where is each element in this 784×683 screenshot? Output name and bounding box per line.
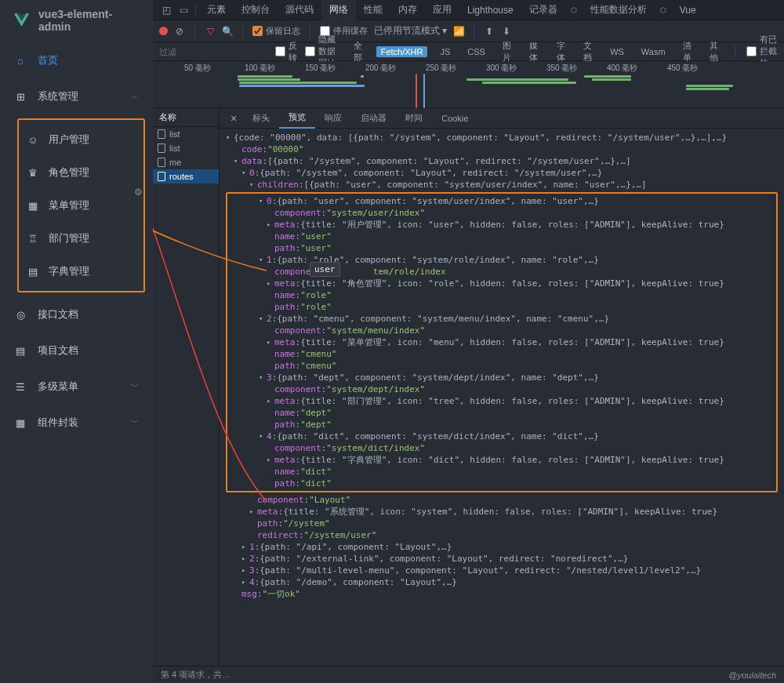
tab-elements[interactable]: 元素 (199, 0, 234, 20)
separator (194, 25, 195, 38)
upload-icon[interactable]: ⬆ (484, 26, 495, 37)
nav-multi-menu[interactable]: ☰多级菜单﹀ (0, 369, 153, 405)
request-item[interactable]: list (153, 141, 219, 155)
request-item[interactable]: routes (153, 169, 219, 183)
clear-icon[interactable]: ⊘ (174, 26, 185, 37)
filter-js[interactable]: JS (435, 46, 455, 57)
nav-dept-mgmt[interactable]: ♖部门管理 (19, 222, 143, 255)
preview-pane: × 标头 预览 响应 启动器 时间 Cookie ▾{code: "00000"… (220, 108, 784, 666)
request-item[interactable]: list (153, 127, 219, 141)
doc-icon (158, 158, 165, 167)
tab-recorder[interactable]: 记录器 (521, 0, 565, 20)
tl-tick: 150 毫秒 (305, 63, 365, 74)
gear-icon[interactable]: ⚙ (134, 187, 143, 198)
request-item[interactable]: me (153, 155, 219, 169)
wifi-icon[interactable]: 📶 (453, 26, 464, 37)
tl-tick: 200 毫秒 (365, 63, 426, 74)
separator (735, 45, 735, 58)
filter-wasm[interactable]: Wasm (637, 46, 670, 57)
tab-perf-insights[interactable]: 性能数据分析 (583, 0, 655, 20)
nav-user-mgmt[interactable]: ☺用户管理 (19, 123, 143, 156)
download-icon[interactable]: ⬇ (501, 26, 512, 37)
filter-font[interactable]: 字体 (552, 39, 571, 64)
doc-icon (158, 144, 165, 153)
device-icon[interactable]: ▭ (175, 2, 192, 19)
settings-icon: ⊞ (14, 90, 27, 103)
timeline-bars (153, 74, 784, 107)
tab-response[interactable]: 响应 (315, 108, 351, 129)
nav-role-mgmt[interactable]: ♛角色管理 (19, 156, 143, 189)
request-name: routes (169, 172, 194, 181)
tl-tick: 300 毫秒 (486, 63, 546, 74)
nav-label: 项目文档 (38, 343, 78, 358)
nav-menu-mgmt[interactable]: ▦菜单管理 (19, 189, 143, 222)
filter-media[interactable]: 媒体 (524, 39, 543, 64)
preserve-log-checkbox[interactable]: 保留日志 (252, 25, 300, 37)
request-name: list (169, 144, 180, 153)
separator (242, 25, 243, 38)
tab-sources[interactable]: 源代码 (278, 0, 321, 20)
tab-application[interactable]: 应用 (425, 0, 459, 20)
close-icon[interactable]: × (224, 112, 243, 125)
status-bar: 第 4 项请求，共… @youlaitech (153, 666, 784, 683)
tab-preview[interactable]: 预览 (279, 108, 315, 129)
devtools-tabs: ◰ ▭ 元素 控制台 源代码 网络 性能 内存 应用 Lighthouse 记录… (153, 0, 784, 20)
nav-label: 多级菜单 (38, 380, 78, 394)
nav-label: 组件封装 (38, 416, 78, 430)
tab-vue[interactable]: Vue (672, 0, 704, 20)
tab-network[interactable]: 网络 (321, 0, 356, 20)
sub-label: 菜单管理 (49, 198, 89, 213)
tooltip: user (310, 262, 340, 277)
filter-other[interactable]: 其他 (705, 39, 724, 64)
list-icon: ☰ (14, 380, 27, 393)
search-icon[interactable]: 🔍 (222, 26, 233, 37)
tab-memory[interactable]: 内存 (390, 0, 425, 20)
nav-label: 接口文档 (38, 307, 78, 322)
filter-ws[interactable]: WS (605, 46, 629, 57)
tab-headers[interactable]: 标头 (243, 108, 279, 129)
tab-initiator[interactable]: 启动器 (351, 108, 396, 129)
tl-tick: 50 毫秒 (184, 63, 245, 74)
nav-dict-mgmt[interactable]: ▤字典管理 (19, 255, 143, 288)
sub-label: 用户管理 (49, 133, 89, 147)
request-name: list (169, 129, 180, 139)
tab-timing[interactable]: 时间 (396, 108, 432, 129)
record-icon[interactable] (159, 27, 168, 35)
filter-all[interactable]: 全部 (349, 39, 368, 64)
request-list-header: 名称 (153, 108, 219, 127)
nav-home[interactable]: ⌂ 首页 (0, 42, 153, 78)
filter-doc[interactable]: 文档 (579, 39, 597, 64)
nav-components[interactable]: ▦组件封装﹀ (0, 405, 153, 441)
invert-checkbox[interactable]: 反转 (275, 40, 297, 64)
role-icon: ♛ (27, 166, 39, 179)
chevron-up-icon: ︿ (131, 91, 139, 102)
inspect-icon[interactable]: ◰ (158, 2, 175, 19)
tab-cookies[interactable]: Cookie (432, 108, 477, 129)
network-timeline[interactable]: 50 毫秒 100 毫秒 150 毫秒 200 毫秒 250 毫秒 300 毫秒… (153, 61, 784, 108)
separator (474, 25, 474, 38)
checkbox-label: 反转 (289, 40, 297, 64)
filter-manifest[interactable]: 清单 (678, 39, 697, 64)
tl-tick: 350 毫秒 (546, 63, 607, 74)
filter-css[interactable]: CSS (463, 46, 490, 57)
throttling-select[interactable]: 已停用节流模式 ▾ (374, 24, 447, 38)
filter-icon[interactable]: ▽ (205, 26, 216, 37)
request-list: ⚙ 名称 list list me routes (153, 108, 220, 666)
filter-input[interactable] (159, 47, 267, 56)
status-left: 第 4 项请求，共… (161, 669, 230, 681)
chevron-down-icon: ﹀ (131, 417, 139, 428)
timeline-labels: 50 毫秒 100 毫秒 150 毫秒 200 毫秒 250 毫秒 300 毫秒… (153, 61, 784, 74)
filter-fetch-xhr[interactable]: Fetch/XHR (376, 46, 428, 57)
filter-bar: 反转 隐藏数据网址 全部 Fetch/XHR JS CSS 图片 媒体 字体 文… (153, 42, 784, 61)
filter-img[interactable]: 图片 (498, 39, 517, 64)
tab-performance[interactable]: 性能 (356, 0, 390, 20)
status-right: @youlaitech (728, 670, 776, 680)
nav-system[interactable]: ⊞ 系统管理 ︿ (0, 78, 153, 114)
json-preview[interactable]: ▾{code: "00000", data: [{path: "/system"… (220, 129, 784, 666)
app-sidebar: vue3-element-admin ⌂ 首页 ⊞ 系统管理 ︿ ☺用户管理 ♛… (0, 0, 153, 683)
nav-proj-docs[interactable]: ▤项目文档 (0, 332, 153, 369)
tab-console[interactable]: 控制台 (234, 0, 278, 20)
tree-icon: ♖ (27, 232, 39, 245)
tab-lighthouse[interactable]: Lighthouse (459, 0, 521, 20)
nav-api-docs[interactable]: ◎接口文档 (0, 296, 153, 332)
